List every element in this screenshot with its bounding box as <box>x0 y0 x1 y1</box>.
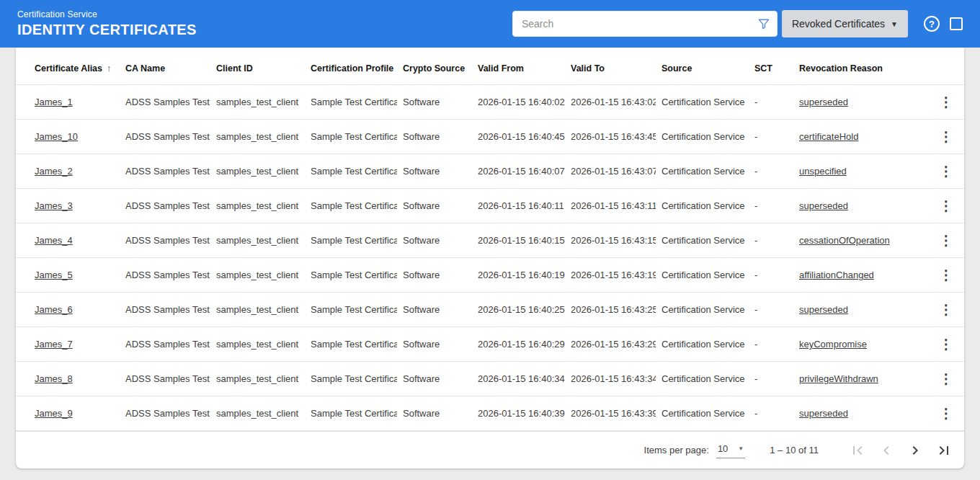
revocation-reason-link[interactable]: privilegeWithdrawn <box>799 373 878 384</box>
certificate-alias-cell: James_6 <box>16 293 120 327</box>
valid-from-cell: 2026-01-15 16:40:02 <box>472 85 565 120</box>
revocation-reason-cell: unspecified <box>793 154 932 189</box>
revocation-reason-link[interactable]: keyCompromise <box>799 339 867 350</box>
certificate-alias-link[interactable]: James_5 <box>35 270 73 280</box>
certificate-alias-link[interactable]: James_1 <box>35 97 73 107</box>
kebab-menu-icon[interactable]: ⋮ <box>940 129 953 144</box>
revocation-reason-cell: privilegeWithdrawn <box>793 362 932 396</box>
kebab-menu-icon[interactable]: ⋮ <box>940 94 953 110</box>
certificate-alias-link[interactable]: James_7 <box>35 339 73 350</box>
certificate-alias-cell: James_3 <box>16 189 120 223</box>
table-body: James_1 ADSS Samples Test CA samples_tes… <box>16 85 964 431</box>
certificate-alias-link[interactable]: James_3 <box>35 200 73 211</box>
revocation-reason-link[interactable]: superseded <box>799 97 848 107</box>
kebab-menu-icon[interactable]: ⋮ <box>940 337 953 352</box>
source-cell: Certification Service <box>656 327 749 362</box>
source-cell: Certification Service <box>656 120 749 154</box>
column-header-client-id[interactable]: Client ID <box>210 48 305 85</box>
revocation-reason-cell: superseded <box>793 189 932 223</box>
crypto-source-cell: Software <box>397 327 472 362</box>
table-row: James_7 ADSS Samples Test CA samples_tes… <box>16 327 964 362</box>
column-label: Certificate Alias <box>35 63 102 74</box>
kebab-menu-icon[interactable]: ⋮ <box>940 302 953 317</box>
actions-cell: ⋮ <box>932 258 964 293</box>
certification-profile-cell: Sample Test Certifica... <box>305 154 397 189</box>
crypto-source-cell: Software <box>397 362 472 396</box>
table-row: James_5 ADSS Samples Test CA samples_tes… <box>16 258 964 293</box>
sct-cell: - <box>749 293 793 327</box>
crypto-source-cell: Software <box>397 189 472 223</box>
source-cell: Certification Service <box>656 154 749 189</box>
client-id-cell: samples_test_client <box>210 223 305 258</box>
column-header-crypto-source[interactable]: Crypto Source <box>397 48 472 85</box>
certificates-card: Certificate Alias↑ CA Name Client ID Cer… <box>16 48 964 468</box>
revocation-reason-link[interactable]: certificateHold <box>799 131 858 142</box>
revocation-reason-link[interactable]: cessationOfOperation <box>799 235 890 246</box>
chevron-down-icon: ▼ <box>738 445 744 452</box>
ca-name-cell: ADSS Samples Test CA <box>120 154 210 189</box>
revocation-reason-link[interactable]: affiliationChanged <box>799 270 874 280</box>
column-header-certificate-alias[interactable]: Certificate Alias↑ <box>16 48 120 85</box>
certification-profile-cell: Sample Test Certifica... <box>305 189 397 223</box>
client-id-cell: samples_test_client <box>210 258 305 293</box>
first-page-button[interactable] <box>849 442 866 459</box>
app-header: Certification Service IDENTITY CERTIFICA… <box>0 0 980 48</box>
column-header-source[interactable]: Source <box>656 48 749 85</box>
search-input[interactable] <box>512 11 778 37</box>
certification-profile-cell: Sample Test Certifica... <box>305 293 397 327</box>
kebab-menu-icon[interactable]: ⋮ <box>940 267 953 283</box>
certification-profile-cell: Sample Test Certifica... <box>305 327 397 362</box>
actions-cell: ⋮ <box>932 189 964 223</box>
certificate-alias-cell: James_5 <box>16 258 120 293</box>
revocation-reason-link[interactable]: superseded <box>799 304 848 315</box>
window-square-icon[interactable] <box>950 17 963 30</box>
page-title: IDENTITY CERTIFICATES <box>17 22 197 38</box>
certificate-alias-link[interactable]: James_4 <box>35 235 73 246</box>
crypto-source-cell: Software <box>397 293 472 327</box>
client-id-cell: samples_test_client <box>210 396 305 431</box>
items-per-page-label: Items per page: <box>644 445 709 455</box>
certificate-alias-cell: James_7 <box>16 327 120 362</box>
kebab-menu-icon[interactable]: ⋮ <box>940 198 953 213</box>
valid-to-cell: 2026-01-15 16:43:19 <box>565 258 656 293</box>
valid-to-cell: 2026-01-15 16:43:11 <box>565 189 656 223</box>
column-header-revocation-reason[interactable]: Revocation Reason <box>793 48 932 85</box>
kebab-menu-icon[interactable]: ⋮ <box>940 164 953 179</box>
kebab-menu-icon[interactable]: ⋮ <box>940 406 953 421</box>
column-header-ca-name[interactable]: CA Name <box>120 48 210 85</box>
column-header-sct[interactable]: SCT <box>749 48 793 85</box>
sct-cell: - <box>749 223 793 258</box>
revocation-reason-link[interactable]: superseded <box>799 408 848 419</box>
valid-from-cell: 2026-01-15 16:40:15 <box>472 223 565 258</box>
certificate-alias-link[interactable]: James_10 <box>35 131 78 142</box>
certificate-alias-link[interactable]: James_9 <box>35 408 73 419</box>
revocation-reason-link[interactable]: unspecified <box>799 166 847 177</box>
revocation-reason-cell: keyCompromise <box>793 327 932 362</box>
revocation-reason-cell: superseded <box>793 293 932 327</box>
sct-cell: - <box>749 258 793 293</box>
ca-name-cell: ADSS Samples Test CA <box>120 120 210 154</box>
previous-page-button[interactable] <box>878 442 895 459</box>
last-page-button[interactable] <box>935 442 953 459</box>
certificate-alias-cell: James_8 <box>16 362 120 396</box>
revocation-reason-link[interactable]: superseded <box>799 200 848 211</box>
kebab-menu-icon[interactable]: ⋮ <box>940 233 953 248</box>
column-header-valid-to[interactable]: Valid To <box>565 48 656 85</box>
certificate-status-dropdown[interactable]: Revoked Certificates ▼ <box>782 10 908 37</box>
next-page-button[interactable] <box>906 442 924 459</box>
pagination-bar: Items per page: 10 ▼ 1 – 10 of 11 <box>16 431 964 468</box>
table-row: James_6 ADSS Samples Test CA samples_tes… <box>16 293 964 327</box>
revocation-reason-cell: cessationOfOperation <box>793 223 932 258</box>
title-block: Certification Service IDENTITY CERTIFICA… <box>17 9 197 38</box>
column-header-valid-from[interactable]: Valid From <box>472 48 565 85</box>
column-header-certification-profile[interactable]: Certification Profile <box>305 48 397 85</box>
certificate-alias-link[interactable]: James_2 <box>35 166 73 177</box>
page-size-select[interactable]: 10 ▼ <box>716 442 745 458</box>
filter-funnel-icon[interactable] <box>757 17 771 31</box>
help-icon[interactable]: ? <box>924 16 940 32</box>
certificate-alias-link[interactable]: James_8 <box>35 373 73 384</box>
kebab-menu-icon[interactable]: ⋮ <box>940 371 953 386</box>
sct-cell: - <box>749 154 793 189</box>
table-row: James_4 ADSS Samples Test CA samples_tes… <box>16 223 964 258</box>
certificate-alias-link[interactable]: James_6 <box>35 304 73 315</box>
